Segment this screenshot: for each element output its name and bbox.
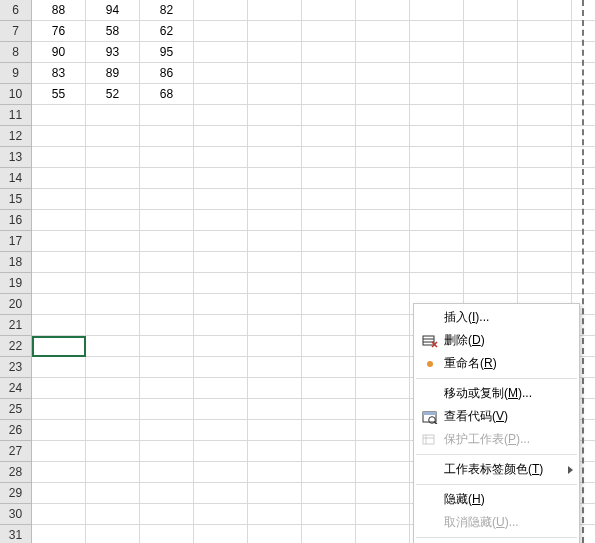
cell[interactable] <box>140 462 194 483</box>
cell[interactable] <box>410 105 464 126</box>
cell[interactable] <box>464 189 518 210</box>
row-header[interactable]: 25 <box>0 399 32 420</box>
cell[interactable] <box>140 294 194 315</box>
cell[interactable] <box>248 441 302 462</box>
cell[interactable] <box>302 420 356 441</box>
cell[interactable] <box>194 84 248 105</box>
cell[interactable] <box>518 0 572 21</box>
cell[interactable] <box>302 63 356 84</box>
cell[interactable] <box>140 483 194 504</box>
cell[interactable] <box>194 357 248 378</box>
cell[interactable] <box>140 315 194 336</box>
cell[interactable] <box>194 378 248 399</box>
row-header[interactable]: 12 <box>0 126 32 147</box>
cell[interactable] <box>572 231 595 252</box>
cell[interactable] <box>248 126 302 147</box>
cell[interactable] <box>194 462 248 483</box>
cell[interactable] <box>86 483 140 504</box>
cell[interactable] <box>302 252 356 273</box>
menu-item-move_copy[interactable]: 移动或复制(M)... <box>414 382 579 405</box>
cell[interactable] <box>302 0 356 21</box>
cell[interactable] <box>194 273 248 294</box>
cell[interactable] <box>518 252 572 273</box>
row-header[interactable]: 6 <box>0 0 32 21</box>
cell[interactable] <box>194 336 248 357</box>
cell[interactable] <box>518 42 572 63</box>
cell[interactable] <box>356 84 410 105</box>
menu-item-tab_color[interactable]: 工作表标签颜色(T) <box>414 458 579 481</box>
cell[interactable] <box>248 336 302 357</box>
cell[interactable] <box>140 525 194 543</box>
row-header[interactable]: 23 <box>0 357 32 378</box>
cell[interactable] <box>248 483 302 504</box>
cell[interactable] <box>572 189 595 210</box>
cell[interactable] <box>410 231 464 252</box>
cell[interactable] <box>356 294 410 315</box>
cell[interactable] <box>302 42 356 63</box>
row-header[interactable]: 10 <box>0 84 32 105</box>
cell[interactable] <box>86 525 140 543</box>
cell[interactable] <box>86 315 140 336</box>
cell[interactable] <box>32 483 86 504</box>
cell[interactable] <box>518 189 572 210</box>
cell[interactable]: 83 <box>32 63 86 84</box>
cell[interactable] <box>32 315 86 336</box>
row-header[interactable]: 31 <box>0 525 32 543</box>
cell[interactable] <box>140 231 194 252</box>
cell[interactable] <box>140 420 194 441</box>
row-header[interactable]: 13 <box>0 147 32 168</box>
cell[interactable] <box>302 189 356 210</box>
cell[interactable] <box>194 504 248 525</box>
cell[interactable] <box>248 315 302 336</box>
cell[interactable]: 62 <box>140 21 194 42</box>
cell[interactable] <box>518 273 572 294</box>
cell[interactable] <box>572 147 595 168</box>
cell[interactable] <box>32 294 86 315</box>
cell[interactable] <box>410 84 464 105</box>
cell[interactable] <box>410 252 464 273</box>
cell[interactable] <box>356 315 410 336</box>
cell[interactable] <box>32 357 86 378</box>
cell[interactable] <box>194 168 248 189</box>
cell[interactable] <box>302 504 356 525</box>
cell[interactable] <box>32 504 86 525</box>
cell[interactable]: 93 <box>86 42 140 63</box>
cell[interactable] <box>464 42 518 63</box>
cell[interactable] <box>356 210 410 231</box>
cell[interactable] <box>464 0 518 21</box>
cell[interactable] <box>86 378 140 399</box>
cell[interactable] <box>248 294 302 315</box>
cell[interactable] <box>194 315 248 336</box>
cell[interactable] <box>410 168 464 189</box>
cell[interactable] <box>464 273 518 294</box>
cell[interactable] <box>572 210 595 231</box>
menu-item-hide[interactable]: 隐藏(H) <box>414 488 579 511</box>
cell[interactable]: 68 <box>140 84 194 105</box>
cell[interactable]: 88 <box>32 0 86 21</box>
cell[interactable]: 52 <box>86 84 140 105</box>
row-header[interactable]: 22 <box>0 336 32 357</box>
cell[interactable] <box>356 189 410 210</box>
cell[interactable] <box>248 0 302 21</box>
cell[interactable] <box>86 357 140 378</box>
cell[interactable] <box>572 0 595 21</box>
cell[interactable] <box>302 441 356 462</box>
cell[interactable] <box>194 231 248 252</box>
cell[interactable] <box>86 504 140 525</box>
cell[interactable] <box>140 378 194 399</box>
cell[interactable] <box>248 84 302 105</box>
cell[interactable] <box>194 399 248 420</box>
cell[interactable] <box>410 273 464 294</box>
row-header[interactable]: 18 <box>0 252 32 273</box>
cell[interactable] <box>194 441 248 462</box>
cell[interactable] <box>572 84 595 105</box>
cell[interactable] <box>140 168 194 189</box>
row-header[interactable]: 26 <box>0 420 32 441</box>
cell[interactable] <box>194 252 248 273</box>
cell[interactable] <box>410 21 464 42</box>
cell[interactable] <box>32 189 86 210</box>
cell[interactable] <box>194 147 248 168</box>
cell[interactable] <box>248 378 302 399</box>
cell[interactable] <box>32 399 86 420</box>
cell[interactable] <box>518 210 572 231</box>
